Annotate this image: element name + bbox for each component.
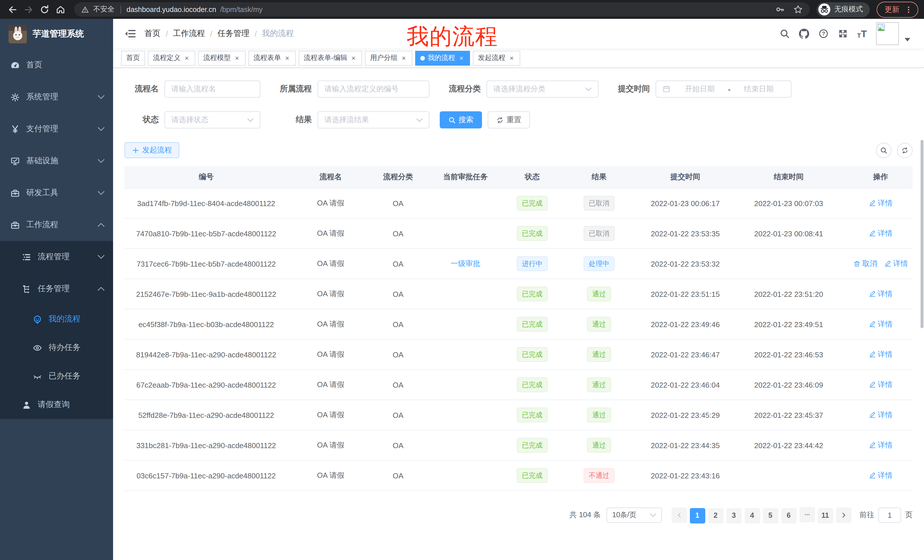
hamburger-icon[interactable] [124,28,136,39]
breadcrumb-item[interactable]: 工作流程 [173,28,205,39]
tab-流程定义[interactable]: 流程定义× [148,51,195,65]
tab-流程模型[interactable]: 流程模型× [198,51,246,65]
sidebar-logo-row[interactable]: 芋道管理系统 [0,19,113,49]
avatar[interactable] [876,22,899,45]
sidebar-item-任务管理[interactable]: 任务管理 [0,273,113,305]
filter-name-input[interactable]: 请输入流程名 [165,81,260,97]
page-button-4[interactable]: 4 [744,508,760,523]
password-key-icon[interactable] [775,4,784,14]
page-button-5[interactable]: 5 [763,508,778,523]
next-page-button[interactable] [836,508,851,523]
tab-close-icon[interactable]: × [183,54,190,61]
filter-date-range[interactable]: 开始日期 - 结束日期 [656,81,792,97]
font-size-icon[interactable]: TT [857,29,867,39]
browser-back-icon[interactable] [6,3,20,16]
bookmark-star-icon[interactable] [793,4,803,14]
scrollbar-thumb[interactable] [921,140,923,328]
prev-page-button[interactable] [671,508,687,523]
breadcrumb-item[interactable]: 任务管理 [218,28,249,39]
sidebar-item-研发工具[interactable]: 研发工具 [0,177,113,209]
tab-我的流程[interactable]: 我的流程× [415,51,470,65]
action-详情[interactable]: 详情 [868,440,892,451]
filter-process-input[interactable]: 请输入流程定义的编号 [318,81,429,97]
page-ellipsis[interactable] [799,507,814,522]
browser-forward-icon[interactable] [22,3,35,16]
result-badge: 通过 [587,287,611,301]
action-详情[interactable]: 详情 [868,198,892,208]
cell-current-task [423,188,508,219]
page-button-2[interactable]: 2 [708,508,723,523]
create-process-button[interactable]: 发起流程 [124,142,179,158]
address-bar[interactable]: 不安全 dashboard.yudao.iocoder.cn/bpm/task/… [74,2,810,16]
sidebar-item-工作流程[interactable]: 工作流程 [0,209,113,241]
show-search-button[interactable] [876,142,891,158]
avatar-caret-down-icon[interactable] [904,37,910,41]
sidebar-item-首页[interactable]: 首页 [0,49,113,81]
screen: 不安全 dashboard.yudao.iocoder.cn/bpm/task/… [0,0,924,560]
url-path: /bpm/task/my [220,5,263,13]
tab-发起流程[interactable]: 发起流程× [473,51,520,65]
edit-icon [868,230,876,237]
action-详情[interactable]: 详情 [868,319,892,329]
tab-close-icon[interactable]: × [508,54,515,61]
tab-首页[interactable]: 首页 [121,51,145,65]
fullscreen-icon[interactable] [838,28,848,39]
action-详情[interactable]: 详情 [884,259,908,269]
cell-status: 已完成 [508,309,556,339]
jump-page-input[interactable]: 1 [878,508,901,523]
sidebar-item-流程管理[interactable]: 流程管理 [0,241,113,273]
breadcrumb-item[interactable]: 首页 [144,28,160,39]
filter-status-select[interactable]: 请选择状态 [165,111,260,129]
cell-current-task [423,400,508,430]
action-详情[interactable]: 详情 [868,470,892,481]
sidebar-item-我的流程[interactable]: 我的流程 [0,305,113,333]
current-task-link[interactable]: 一级审批 [451,259,480,268]
help-icon[interactable]: ? [818,28,829,39]
update-chip[interactable]: 更新 [877,1,918,17]
page-button-3[interactable]: 3 [726,508,741,523]
action-详情[interactable]: 详情 [868,349,892,359]
cell-process-name: OA 请假 [288,219,374,249]
tab-close-icon[interactable]: × [284,54,291,61]
action-详情[interactable]: 详情 [868,410,892,420]
sidebar-item-支付管理[interactable]: 支付管理 [0,113,113,145]
filter-name-label: 流程名 [124,84,159,94]
tab-close-icon[interactable]: × [458,54,465,61]
tab-流程表单-编辑[interactable]: 流程表单-编辑× [298,51,362,65]
header-search-icon[interactable] [780,28,790,39]
cell-process-name: OA 请假 [288,430,374,460]
browser-home-icon[interactable] [54,3,68,16]
sidebar-item-已办任务[interactable]: 已办任务 [0,362,113,391]
refresh-table-button[interactable] [897,142,913,158]
sidebar-item-请假查询[interactable]: 请假查询 [0,391,113,419]
delete-icon [853,260,861,267]
search-button[interactable]: 搜索 [440,111,482,129]
sidebar-item-系统管理[interactable]: 系统管理 [0,81,113,113]
tab-close-icon[interactable]: × [350,54,357,61]
action-详情[interactable]: 详情 [868,380,892,390]
omnibox-divider [120,5,121,13]
page-size-select[interactable]: 10条/页 [606,508,662,523]
github-icon[interactable] [799,28,809,39]
browser-reload-icon[interactable] [38,3,51,16]
action-取消[interactable]: 取消 [853,259,877,269]
tab-close-icon[interactable]: × [234,54,240,61]
reset-button[interactable]: 重置 [488,111,530,129]
cell-end-time: 2022-01-22 23:45:37 [729,400,849,430]
sidebar-item-基础设施[interactable]: 基础设施 [0,145,113,177]
tab-close-icon[interactable]: × [400,54,407,61]
page-button-11[interactable]: 11 [818,508,833,523]
action-详情[interactable]: 详情 [868,228,892,239]
tab-流程表单[interactable]: 流程表单× [248,51,296,65]
sidebar-item-待办任务[interactable]: 待办任务 [0,333,113,362]
breadcrumb-separator: / [255,29,257,38]
page-button-6[interactable]: 6 [781,508,796,523]
filter-category-select[interactable]: 请选择流程分类 [486,81,598,97]
tab-用户分组[interactable]: 用户分组× [365,51,412,65]
action-详情[interactable]: 详情 [868,289,892,299]
start-date-placeholder[interactable]: 开始日期 [674,84,726,94]
page-button-1[interactable]: 1 [690,508,705,523]
end-date-placeholder[interactable]: 结束日期 [733,84,784,94]
filter-result-select[interactable]: 请选择流结果 [318,111,429,129]
browser-menu-dots-icon[interactable] [904,5,913,13]
